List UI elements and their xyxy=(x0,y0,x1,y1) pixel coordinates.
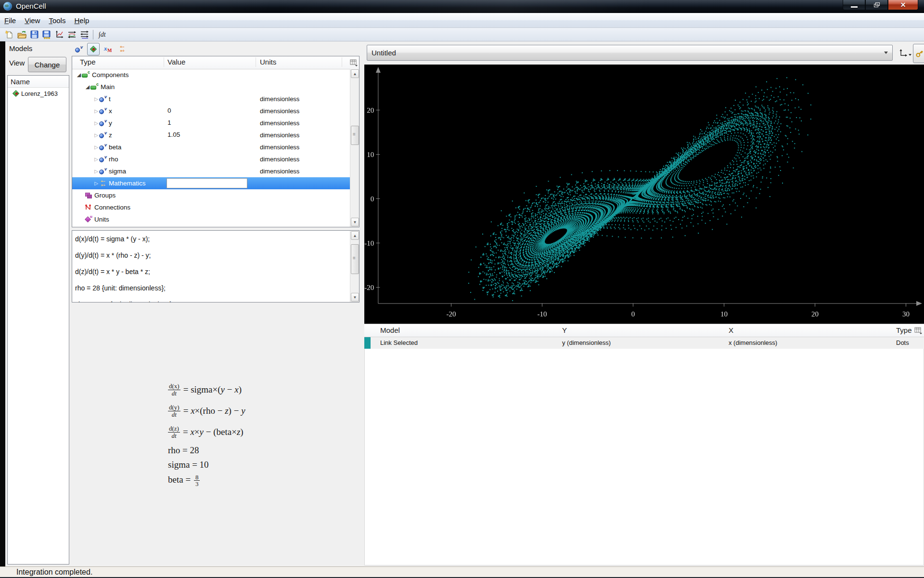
expander-collapsed-icon[interactable]: ▷ xyxy=(93,181,99,186)
axes-options-button[interactable] xyxy=(897,46,914,60)
restore-button[interactable] xyxy=(865,0,888,10)
collapsed-panel-strip[interactable] xyxy=(0,41,5,566)
scroll-down-button[interactable]: ▼ xyxy=(351,293,359,302)
tree-col-type[interactable]: Type xyxy=(80,58,96,66)
code-line: d(z)/d(t) = x * y - beta * z; xyxy=(72,263,359,280)
tree-row-label: z xyxy=(109,131,112,139)
expander-collapsed-icon[interactable]: ▷ xyxy=(93,120,99,126)
tab-view[interactable]: View xyxy=(9,59,25,67)
models-list-header[interactable]: Name xyxy=(8,76,69,88)
trace-row-link-selected[interactable]: Link Selected y (dimensionless) x (dimen… xyxy=(364,337,924,350)
save-as-button[interactable] xyxy=(40,29,53,40)
col-x[interactable]: X xyxy=(729,326,733,334)
scroll-thumb[interactable] xyxy=(351,126,359,145)
tree-row-mathematics[interactable]: ▷ +−×÷ Mathematics xyxy=(72,177,350,189)
integration-settings-button[interactable] xyxy=(65,29,78,40)
tree-row-y[interactable]: ▷ v y 1 dimensionless xyxy=(72,117,350,129)
close-button[interactable]: ✕ xyxy=(888,0,918,10)
code-scrollbar[interactable]: ▲ ▼ xyxy=(350,231,359,302)
tree-header: Type Value Units xyxy=(72,56,359,69)
save-as-icon xyxy=(42,30,51,39)
key-icon xyxy=(915,49,924,58)
col-type[interactable]: Type xyxy=(896,326,912,334)
tree-row-units[interactable]: u Units xyxy=(72,213,350,225)
scroll-up-button[interactable]: ▲ xyxy=(351,69,359,78)
tree-row-t[interactable]: ▷ v t dimensionless xyxy=(72,93,350,105)
tree-row-label: rho xyxy=(109,156,118,163)
menu-tools-rest: ools xyxy=(52,16,66,25)
open-file-icon xyxy=(17,30,26,39)
tree-row-rho[interactable]: ▷ v rho dimensionless xyxy=(72,153,350,165)
tree-scrollbar[interactable]: ▲ ▼ xyxy=(350,69,359,227)
plot-selector-combobox[interactable]: Untitled xyxy=(367,45,893,61)
new-file-button[interactable] xyxy=(3,29,15,40)
structure-mini-toolbar: v xM +−×÷ xyxy=(73,42,128,56)
variable-icon: v xyxy=(99,144,107,151)
scroll-up-button[interactable]: ▲ xyxy=(351,231,359,240)
menu-view-rest: iew xyxy=(29,16,40,25)
tree-row-label: t xyxy=(109,95,111,103)
menu-file[interactable]: File xyxy=(0,13,20,27)
expander-collapsed-icon[interactable]: ▷ xyxy=(93,132,99,138)
units-icon: u xyxy=(85,216,92,223)
open-file-button[interactable] xyxy=(15,29,28,40)
scroll-thumb[interactable] xyxy=(351,244,359,274)
tree-row-value: 0 xyxy=(167,107,171,114)
expander-collapsed-icon[interactable]: ▷ xyxy=(93,108,99,114)
tree-row-beta[interactable]: ▷ v beta dimensionless xyxy=(72,141,350,153)
col-separator[interactable] xyxy=(256,57,256,67)
tree-row-x[interactable]: ▷ v x 0 dimensionless xyxy=(72,105,350,117)
tree-row-sigma[interactable]: ▷ v sigma dimensionless xyxy=(72,165,350,177)
tree-row-z[interactable]: ▷ v z 1.05 dimensionless xyxy=(72,129,350,141)
menu-file-rest: ile xyxy=(9,16,16,25)
column-chooser-icon[interactable] xyxy=(914,327,923,334)
tree-row-components[interactable]: ◢ c Components xyxy=(72,69,350,81)
tree-row-groups[interactable]: Groups xyxy=(72,189,350,201)
math-value-input[interactable] xyxy=(167,178,247,188)
integration-run-button[interactable] xyxy=(78,29,90,40)
tab-change-button[interactable]: Change xyxy=(28,57,66,72)
plot-window-button[interactable] xyxy=(53,29,65,40)
title-bar[interactable]: OpenCell ✕ xyxy=(0,0,924,13)
scroll-down-button[interactable]: ▼ xyxy=(351,218,359,226)
save-button[interactable] xyxy=(28,29,40,40)
menu-help[interactable]: Help xyxy=(70,13,93,27)
model-item-lorenz-1963[interactable]: Lorenz_1963 xyxy=(8,88,69,99)
frac-numerator: d(y) xyxy=(168,404,180,411)
tree-col-units[interactable]: Units xyxy=(260,58,276,66)
col-separator[interactable] xyxy=(164,57,164,67)
panel-splitter[interactable] xyxy=(360,41,364,566)
col-model[interactable]: Model xyxy=(380,326,400,334)
tree-row-connections[interactable]: Connections xyxy=(72,201,350,213)
expander-expanded-icon[interactable]: ◢ xyxy=(85,84,90,90)
show-operators-button[interactable]: +−×÷ xyxy=(116,43,128,55)
show-math-button[interactable]: xM xyxy=(102,43,114,55)
equation-dy-dt: d(y)dt = x×(rho − z) − y xyxy=(168,403,245,419)
col-y[interactable]: Y xyxy=(562,326,567,334)
show-model-button[interactable] xyxy=(87,43,100,55)
lorenz-plot-canvas[interactable] xyxy=(364,65,924,324)
chevron-down-icon xyxy=(884,52,888,54)
integrate-dt-button[interactable]: ∫dt xyxy=(96,31,109,39)
expander-collapsed-icon[interactable]: ▷ xyxy=(93,157,99,162)
equations-block: d(x)dt = sigma×(y − x) d(y)dt = x×(rho −… xyxy=(168,381,245,491)
math-code-editor[interactable]: d(x)/d(t) = sigma * (y - x); d(y)/d(t) =… xyxy=(72,230,359,302)
menu-view[interactable]: View xyxy=(20,13,44,27)
save-icon xyxy=(30,30,38,39)
expander-expanded-icon[interactable]: ◢ xyxy=(76,72,82,78)
legend-key-button[interactable] xyxy=(913,44,924,63)
axes-icon xyxy=(899,49,908,57)
tree-col-value[interactable]: Value xyxy=(167,58,185,66)
menu-tools[interactable]: Tools xyxy=(44,13,70,27)
expander-collapsed-icon[interactable]: ▷ xyxy=(93,144,99,150)
col-separator[interactable] xyxy=(342,57,342,67)
show-variables-button[interactable]: v xyxy=(73,43,85,55)
column-chooser-icon[interactable] xyxy=(350,59,358,66)
expander-collapsed-icon[interactable]: ▷ xyxy=(93,96,99,102)
tree-row-main[interactable]: ◢ c Main xyxy=(72,81,350,93)
status-message: Integration completed. xyxy=(16,568,92,577)
expander-collapsed-icon[interactable]: ▷ xyxy=(93,169,99,174)
tree-row-label: Mathematics xyxy=(109,180,146,187)
minimize-button[interactable] xyxy=(843,0,865,10)
trace-table-empty-area[interactable] xyxy=(364,349,924,565)
